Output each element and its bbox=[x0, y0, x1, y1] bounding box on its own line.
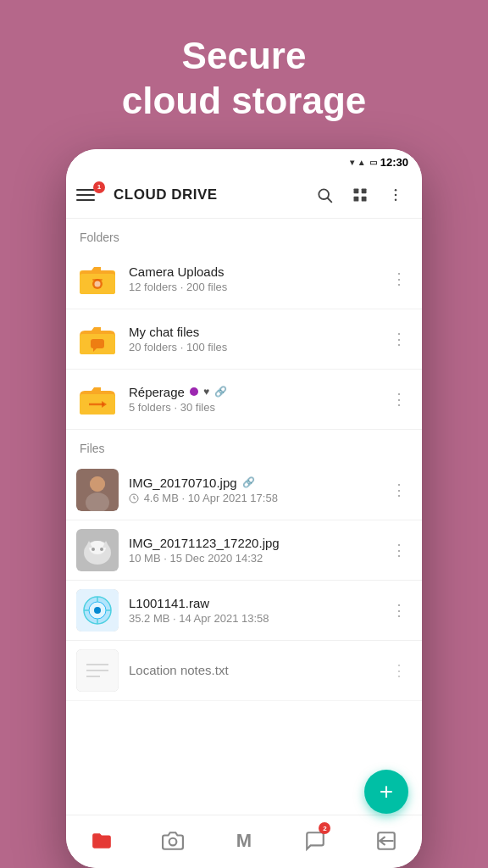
folder-chat-name: My chat files bbox=[129, 325, 386, 339]
list-item[interactable]: L1001141.raw 35.2 MB · 14 Apr 2021 13:58… bbox=[66, 581, 422, 641]
list-item[interactable]: IMG_20170710.jpg 🔗 4.6 MB · 10 Apr 2021 … bbox=[66, 460, 422, 520]
bottom-navigation: M 2 bbox=[66, 815, 422, 868]
svg-point-25 bbox=[90, 476, 105, 492]
battery-icon: ▭ bbox=[369, 158, 377, 167]
folders-section-label: Folders bbox=[66, 219, 422, 249]
file-txt-name: Location notes.txt bbox=[129, 663, 386, 677]
svg-rect-13 bbox=[92, 279, 103, 281]
folder-reperage-icon bbox=[76, 378, 119, 420]
tag-heart-icon: ♥ bbox=[203, 386, 209, 398]
menu-button[interactable]: 1 bbox=[76, 180, 107, 210]
grid-view-button[interactable] bbox=[344, 179, 376, 211]
folder-camera-meta: 12 folders · 200 files bbox=[129, 281, 386, 293]
folder-camera-name: Camera Uploads bbox=[129, 264, 386, 279]
svg-point-46 bbox=[169, 838, 177, 846]
file-img1-info: IMG_20170710.jpg 🔗 4.6 MB · 10 Apr 2021 … bbox=[129, 476, 386, 504]
app-header: Secure cloud storage bbox=[0, 0, 488, 149]
svg-point-32 bbox=[92, 548, 95, 551]
folder-chat-info: My chat files 20 folders · 100 files bbox=[129, 325, 386, 353]
toolbar: 1 CLOUD DRIVE bbox=[66, 172, 422, 219]
file-txt-more[interactable]: ⋮ bbox=[386, 658, 412, 683]
file-img2-thumb bbox=[76, 529, 119, 571]
svg-rect-4 bbox=[354, 196, 359, 201]
content-area: Folders Camera Uploads 12 bbox=[66, 219, 422, 815]
camera-nav-icon bbox=[162, 830, 184, 852]
svg-point-6 bbox=[395, 189, 397, 192]
folder-chat-meta: 20 folders · 100 files bbox=[129, 341, 386, 353]
folder-reperage-info: Réperage ♥ 🔗 5 folders · 30 files bbox=[129, 385, 386, 414]
folder-camera-icon bbox=[76, 258, 119, 300]
file-img2-meta: 10 MB · 15 Dec 2020 14:32 bbox=[129, 552, 386, 565]
svg-point-37 bbox=[94, 607, 101, 614]
svg-rect-5 bbox=[362, 196, 367, 201]
status-bar: ▾ ▲ ▭ 12:30 bbox=[66, 149, 422, 172]
file-raw-info: L1001141.raw 35.2 MB · 14 Apr 2021 13:58 bbox=[129, 596, 386, 625]
file-img2-name: IMG_20171123_17220.jpg bbox=[129, 536, 386, 550]
svg-rect-16 bbox=[91, 339, 104, 348]
svg-line-1 bbox=[328, 198, 332, 202]
tag-purple-dot bbox=[190, 387, 198, 396]
bottom-nav-camera[interactable] bbox=[137, 822, 208, 860]
bottom-nav-chat[interactable]: 2 bbox=[280, 822, 351, 860]
list-item[interactable]: My chat files 20 folders · 100 files ⋮ bbox=[66, 309, 422, 370]
file-raw-meta: 35.2 MB · 14 Apr 2021 13:58 bbox=[129, 612, 386, 625]
headline-line2: cloud storage bbox=[122, 80, 367, 121]
folder-reperage-more[interactable]: ⋮ bbox=[386, 387, 412, 412]
file-img1-name: IMG_20170710.jpg 🔗 bbox=[129, 476, 386, 490]
headline-line1: Secure bbox=[182, 35, 307, 76]
wifi-icon: ▾ bbox=[350, 158, 354, 167]
back-nav-icon bbox=[375, 830, 397, 852]
bottom-nav-mega[interactable]: M bbox=[208, 822, 280, 860]
file-img1-thumb bbox=[76, 469, 119, 511]
folder-camera-more[interactable]: ⋮ bbox=[386, 266, 412, 292]
toolbar-title: CLOUD DRIVE bbox=[114, 186, 308, 203]
svg-rect-3 bbox=[362, 188, 367, 193]
svg-rect-2 bbox=[354, 188, 359, 193]
list-item[interactable]: Camera Uploads 12 folders · 200 files ⋮ bbox=[66, 249, 422, 309]
file-txt-thumb bbox=[76, 649, 119, 692]
phone-frame: ▾ ▲ ▭ 12:30 1 CLOUD DRIVE bbox=[66, 149, 422, 868]
folder-reperage-meta: 5 folders · 30 files bbox=[129, 401, 386, 414]
file-txt-info: Location notes.txt bbox=[129, 663, 386, 677]
file-img1-meta: 4.6 MB · 10 Apr 2021 17:58 bbox=[129, 492, 386, 504]
list-item[interactable]: IMG_20171123_17220.jpg 10 MB · 15 Dec 20… bbox=[66, 520, 422, 581]
files-section-label: Files bbox=[66, 430, 422, 460]
file-link-icon: 🔗 bbox=[242, 476, 255, 488]
file-raw-thumb bbox=[76, 589, 119, 632]
folder-nav-icon bbox=[91, 830, 113, 852]
mega-nav-icon: M bbox=[236, 830, 252, 852]
folder-chat-icon bbox=[76, 318, 119, 360]
svg-point-12 bbox=[95, 281, 101, 287]
file-img2-more[interactable]: ⋮ bbox=[386, 537, 412, 563]
tag-link-icon: 🔗 bbox=[214, 386, 227, 398]
svg-point-8 bbox=[395, 198, 397, 201]
notification-badge: 1 bbox=[93, 181, 105, 193]
signal-icon: ▲ bbox=[358, 158, 366, 167]
bottom-nav-back[interactable] bbox=[351, 822, 422, 860]
more-options-button[interactable] bbox=[380, 179, 412, 211]
file-img2-info: IMG_20171123_17220.jpg 10 MB · 15 Dec 20… bbox=[129, 536, 386, 565]
file-img1-more[interactable]: ⋮ bbox=[386, 477, 412, 503]
folder-camera-info: Camera Uploads 12 folders · 200 files bbox=[129, 264, 386, 293]
list-item[interactable]: Réperage ♥ 🔗 5 folders · 30 files ⋮ bbox=[66, 370, 422, 430]
folder-reperage-name: Réperage ♥ 🔗 bbox=[129, 385, 386, 399]
status-time: 12:30 bbox=[380, 156, 408, 169]
chat-badge: 2 bbox=[319, 822, 330, 834]
fab-button[interactable]: + bbox=[364, 770, 408, 814]
svg-point-33 bbox=[100, 548, 103, 551]
svg-point-7 bbox=[395, 193, 397, 196]
search-button[interactable] bbox=[308, 179, 341, 211]
folder-chat-more[interactable]: ⋮ bbox=[386, 326, 412, 352]
file-raw-more[interactable]: ⋮ bbox=[386, 598, 412, 623]
bottom-nav-files[interactable] bbox=[66, 822, 137, 860]
file-raw-name: L1001141.raw bbox=[129, 596, 386, 610]
list-item[interactable]: Location notes.txt ⋮ bbox=[66, 641, 422, 701]
